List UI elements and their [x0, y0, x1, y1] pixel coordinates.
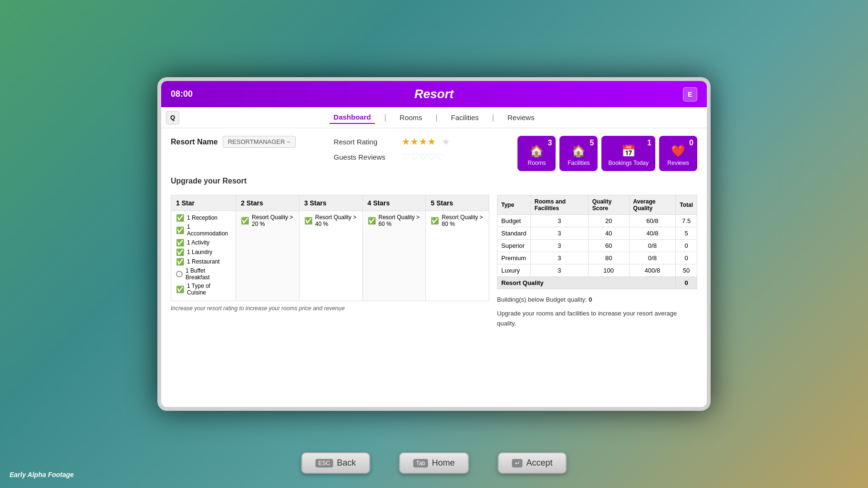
type-superior: Superior [497, 240, 531, 252]
tab-facilities[interactable]: Facilities [447, 112, 482, 123]
header-key-e[interactable]: E [683, 87, 697, 102]
tab-dashboard[interactable]: Dashboard [330, 111, 374, 124]
circle-icon [176, 271, 183, 277]
accept-button[interactable]: ↵ Accept [498, 452, 567, 474]
resort-quality-value: 0 [676, 277, 697, 289]
check-laundry: ✅ 1 Laundry [176, 248, 231, 256]
col-rooms-facilities: Rooms and Facilities [530, 195, 588, 215]
check-quality-60: ✅ Resort Quality > 60 % [368, 214, 421, 227]
total-luxury: 50 [676, 264, 697, 277]
check-label: 1 Type of Cuisine [187, 283, 231, 296]
col-4stars: 4 Stars [362, 195, 426, 211]
info-section: Building(s) below Budget quality: 0 Upgr… [497, 295, 697, 328]
check-label: Resort Quality > 20 % [252, 214, 294, 227]
resort-name-value: RESORTMANAGER ~ [223, 136, 296, 148]
check-activity: ✅ 1 Activity [176, 239, 231, 246]
hint-text: Increase your resort rating to increase … [171, 305, 489, 312]
check-icon: ✅ [241, 217, 249, 224]
col-3stars: 3 Stars [299, 195, 362, 211]
check-label: 1 Accommodation [187, 224, 231, 237]
col-avg-quality: Average Quality [629, 195, 676, 215]
stat-card-rooms[interactable]: 3 🏠 Rooms [517, 136, 556, 171]
rooms-budget: 3 [530, 215, 588, 227]
guests-reviews-row: Guests Reviews ♡♡♡♡♡ [334, 151, 450, 163]
check-reception: ✅ 1 Reception [176, 214, 231, 222]
home-label: Home [432, 458, 455, 468]
check-quality-40: ✅ Resort Quality > 40 % [304, 214, 358, 227]
facilities-icon: 🏠 [571, 144, 586, 158]
avg-standard: 40/8 [629, 227, 676, 240]
resort-name-label: Resort Name [171, 138, 218, 146]
enter-key: ↵ [512, 459, 523, 468]
early-alpha-text: Early Alpha Footage [10, 471, 74, 478]
score-premium: 80 [588, 252, 629, 264]
check-quality-80: ✅ Resort Quality > 80 % [431, 214, 484, 227]
back-button[interactable]: ESC Back [301, 452, 370, 474]
check-icon: ✅ [176, 214, 184, 222]
table-row: Luxury 3 100 400/8 50 [497, 264, 697, 277]
back-label: Back [337, 458, 356, 468]
check-icon: ✅ [176, 239, 184, 246]
reviews-label: Reviews [667, 160, 689, 166]
check-restaurant: ✅ 1 Restaurant [176, 258, 231, 265]
quality-table: Type Rooms and Facilities Quality Score … [497, 195, 697, 289]
score-luxury: 100 [588, 264, 629, 277]
type-budget: Budget [497, 215, 531, 227]
content: Resort Name RESORTMANAGER ~ Resort Ratin… [161, 128, 707, 407]
avg-premium: 0/8 [629, 252, 676, 264]
type-premium: Premium [497, 252, 531, 264]
check-icon: ✅ [304, 217, 312, 224]
table-row: Standard 3 40 40/8 5 [497, 227, 697, 240]
check-label: 1 Laundry [187, 249, 212, 255]
col-quality-score: Quality Score [588, 195, 629, 215]
star4-cell: ✅ Resort Quality > 60 % [362, 211, 426, 301]
star5-cell: ✅ Resort Quality > 80 % [426, 211, 489, 301]
upgrade-info: Upgrade your rooms and facilities to inc… [497, 309, 697, 329]
check-icon: ✅ [431, 217, 439, 224]
resort-rating-stars-empty: ★ [442, 136, 450, 147]
check-label: 1 Restaurant [187, 258, 220, 265]
stats-cards: 3 🏠 Rooms 5 🏠 Facilities 1 📅 Bookings To… [517, 136, 697, 171]
tab-rooms[interactable]: Rooms [396, 112, 426, 123]
tab-reviews[interactable]: Reviews [504, 112, 538, 123]
avg-budget: 60/8 [629, 215, 676, 227]
score-standard: 40 [588, 227, 629, 240]
upgrade-title: Upgrade your Resort [171, 177, 697, 185]
resort-name-section: Resort Name RESORTMANAGER ~ [171, 136, 296, 148]
bookings-icon: 📅 [621, 144, 636, 158]
type-luxury: Luxury [497, 264, 531, 277]
header-time: 08:00 [171, 89, 193, 99]
total-budget: 7.5 [676, 215, 697, 227]
check-icon: ✅ [176, 248, 184, 256]
check-label: Resort Quality > 60 % [379, 214, 421, 227]
col-total: Total [676, 195, 697, 215]
check-label: Resort Quality > 40 % [315, 214, 358, 227]
col-type: Type [497, 195, 531, 215]
rooms-icon: 🏠 [529, 144, 544, 158]
total-superior: 0 [676, 240, 697, 252]
stars-table: 1 Star 2 Stars 3 Stars 4 Stars 5 Stars [171, 195, 489, 301]
rooms-luxury: 3 [530, 264, 588, 277]
rooms-standard: 3 [530, 227, 588, 240]
check-label: 1 Buffet Breakfast [186, 267, 231, 281]
resort-rating-row: Resort Rating ★★★★ ★ [334, 136, 450, 147]
stars-row: ✅ 1 Reception ✅ 1 Accommodation ✅ [171, 211, 489, 301]
accept-label: Accept [527, 458, 553, 468]
top-row: Resort Name RESORTMANAGER ~ Resort Ratin… [171, 136, 697, 171]
check-icon: ✅ [368, 217, 376, 224]
stat-card-reviews[interactable]: 0 ❤️ Reviews [659, 136, 697, 171]
header-title: Resort [414, 87, 454, 102]
check-buffet: 1 Buffet Breakfast [176, 267, 231, 281]
buildings-below: Building(s) below Budget quality: 0 [497, 295, 697, 305]
stat-card-bookings[interactable]: 1 📅 Bookings Today [601, 136, 655, 171]
nav-key-q[interactable]: Q [166, 111, 179, 124]
home-button[interactable]: Tab Home [399, 452, 469, 474]
reviews-count: 0 [689, 139, 693, 147]
stat-card-facilities[interactable]: 5 🏠 Facilities [559, 136, 598, 171]
rating-section: Resort Rating ★★★★ ★ Guests Reviews ♡♡♡♡… [334, 136, 450, 163]
resort-rating-label: Resort Rating [334, 138, 396, 146]
guests-reviews-hearts: ♡♡♡♡♡ [402, 151, 444, 163]
bottom-bar: ESC Back Tab Home ↵ Accept [301, 452, 567, 474]
esc-key: ESC [315, 459, 333, 468]
resort-quality-row: Resort Quality 0 [497, 277, 697, 289]
